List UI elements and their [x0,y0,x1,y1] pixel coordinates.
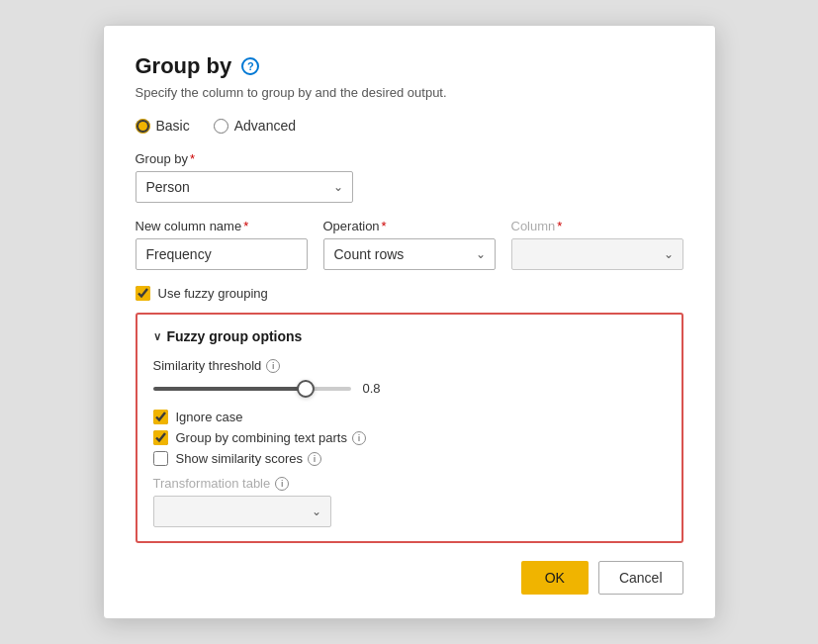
operation-label: Operation* [323,219,496,233]
operation-select[interactable]: Count rows Sum Average Min Max Count Dis… [323,238,496,270]
column-select-wrapper: ⌄ [511,238,683,270]
group-by-combining-info-icon[interactable]: i [352,431,366,445]
dialog-title: Group by [136,53,232,79]
similarity-threshold-info-icon[interactable]: i [266,359,280,373]
radio-advanced[interactable] [214,119,228,134]
transformation-table-select [153,496,331,527]
similarity-threshold-label-row: Similarity threshold i [153,358,666,373]
show-similarity-scores-checkbox[interactable] [153,451,168,466]
transformation-table-label: Transformation table [153,476,271,491]
transformation-table-select-wrapper: ⌄ [153,496,331,527]
similarity-threshold-row: Similarity threshold i 0.8 [153,358,666,396]
radio-basic-text: Basic [156,118,190,134]
group-by-combining-label: Group by combining text parts i [176,430,366,445]
fuzzy-group-options-section: ∨ Fuzzy group options Similarity thresho… [136,313,683,543]
group-by-combining-checkbox[interactable] [153,430,168,445]
group-by-combining-row[interactable]: Group by combining text parts i [153,430,666,445]
operation-select-wrapper: Count rows Sum Average Min Max Count Dis… [323,238,496,270]
dialog-subtitle: Specify the column to group by and the d… [136,85,683,100]
transformation-table-info-icon[interactable]: i [275,477,289,491]
use-fuzzy-grouping-row[interactable]: Use fuzzy grouping [136,286,683,301]
three-col-row: New column name* Operation* Count rows S… [136,219,683,270]
column-col: Column* ⌄ [511,219,683,270]
group-by-field-label: Group by* [136,151,683,166]
dialog-title-row: Group by ? [136,53,683,79]
column-label: Column* [511,219,683,233]
new-column-name-input[interactable] [136,238,308,270]
group-by-select[interactable]: Person Column1 Column2 [136,171,353,203]
transformation-table-row: Transformation table i ⌄ [153,476,666,527]
mode-radio-group: Basic Advanced [136,118,683,134]
ignore-case-checkbox[interactable] [153,410,168,424]
group-by-required: * [190,151,195,166]
show-similarity-scores-info-icon[interactable]: i [308,452,321,466]
radio-advanced-label[interactable]: Advanced [214,118,296,134]
show-similarity-scores-label: Show similarity scores i [176,451,322,466]
group-by-select-wrapper: Person Column1 Column2 ⌄ [136,171,353,203]
group-by-dialog: Group by ? Specify the column to group b… [103,25,716,619]
operation-col: Operation* Count rows Sum Average Min Ma… [323,219,496,270]
fuzzy-title-row: ∨ Fuzzy group options [153,328,666,344]
radio-basic-label[interactable]: Basic [136,118,190,134]
similarity-threshold-label: Similarity threshold [153,358,262,373]
slider-container: 0.8 [153,381,666,396]
fuzzy-section-title: Fuzzy group options [167,328,303,344]
similarity-threshold-value: 0.8 [363,381,393,396]
group-by-row: Group by* Person Column1 Column2 ⌄ [136,151,683,203]
dialog-footer: OK Cancel [136,561,683,595]
new-column-name-required: * [243,219,248,233]
show-similarity-scores-row[interactable]: Show similarity scores i [153,451,666,466]
operation-required: * [382,219,387,233]
ignore-case-row[interactable]: Ignore case [153,410,666,424]
similarity-threshold-slider[interactable] [153,387,351,391]
radio-basic[interactable] [136,119,150,134]
column-required: * [557,219,562,233]
help-icon[interactable]: ? [241,57,259,75]
new-column-name-label: New column name* [136,219,308,233]
radio-advanced-text: Advanced [234,118,296,134]
ok-button[interactable]: OK [521,561,589,595]
column-select [511,238,683,270]
transformation-table-label-row: Transformation table i [153,476,666,491]
cancel-button[interactable]: Cancel [598,561,683,595]
fuzzy-collapse-icon[interactable]: ∨ [153,330,161,343]
new-column-name-col: New column name* [136,219,308,270]
ignore-case-label: Ignore case [176,410,243,424]
use-fuzzy-grouping-label: Use fuzzy grouping [158,286,268,301]
use-fuzzy-grouping-checkbox[interactable] [136,286,150,301]
